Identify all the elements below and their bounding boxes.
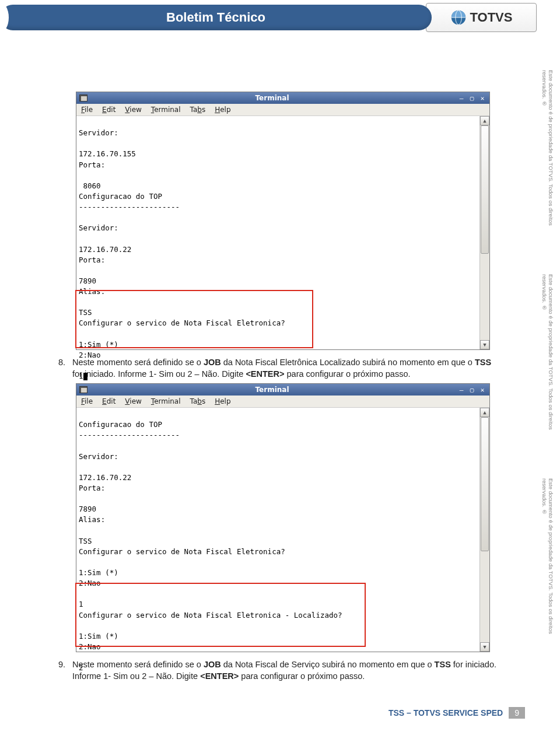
scroll-track[interactable]: [480, 125, 489, 340]
step-8: 8. Neste momento será definido se o JOB …: [58, 357, 502, 380]
window-title: Terminal: [88, 94, 457, 102]
scroll-up-icon[interactable]: ▲: [480, 116, 489, 125]
scroll-thumb[interactable]: [481, 125, 489, 254]
close-icon[interactable]: ✕: [478, 386, 487, 394]
terminal-app-icon: [79, 94, 88, 102]
terminal-window: Terminal — ▢ ✕ File Edit View Terminal T…: [76, 383, 490, 652]
terminal-text: Servidor: 172.16.70.155 Porta: 8060 Conf…: [79, 128, 285, 380]
scroll-up-icon[interactable]: ▲: [480, 408, 489, 417]
footer-label: TSS – TOTVS SERVICE SPED: [388, 708, 503, 718]
footer: TSS – TOTVS SERVICE SPED 9: [388, 707, 525, 719]
header-title-text: Boletim Técnico: [166, 10, 265, 25]
terminal-app-icon: [79, 386, 88, 393]
menu-edit[interactable]: Edit: [102, 397, 116, 405]
header-banner: Boletim Técnico TOTVS: [0, 5, 560, 40]
page-number: 9: [509, 707, 525, 719]
minimize-icon[interactable]: —: [457, 94, 466, 102]
step-bold: <ENTER>: [200, 671, 239, 681]
cursor-icon: [83, 373, 88, 380]
menu-help[interactable]: Help: [215, 106, 230, 114]
step-text: for iniciado. Informe 1- Sim ou 2 – Não.…: [72, 369, 246, 379]
scrollbar[interactable]: ▲ ▼: [480, 408, 489, 652]
window-titlebar: Terminal — ▢ ✕: [76, 92, 489, 104]
step-bold: JOB: [204, 660, 221, 669]
step-9: 9. Neste momento será definido se o JOB …: [58, 659, 502, 682]
step-number: 9.: [58, 659, 72, 682]
step-text: da Nota Fiscal Eletrônica Localizado sub…: [221, 358, 475, 367]
globe-icon: [450, 9, 467, 26]
scroll-down-icon[interactable]: ▼: [480, 340, 489, 349]
step-text: Neste momento será definido se o: [72, 660, 204, 669]
brand-logo: TOTVS: [426, 3, 537, 32]
step-number: 8.: [58, 357, 72, 380]
step-text: para configurar o próximo passo.: [284, 369, 410, 379]
step-bold: TSS: [435, 660, 451, 669]
brand-text: TOTVS: [470, 10, 513, 25]
step-body: Neste momento será definido se o JOB da …: [72, 357, 502, 380]
step-bold: JOB: [204, 358, 221, 367]
menu-view[interactable]: View: [125, 397, 141, 405]
menu-edit[interactable]: Edit: [102, 106, 116, 114]
menu-bar: File Edit View Terminal Tabs Help: [76, 104, 489, 116]
scroll-down-icon[interactable]: ▼: [480, 642, 489, 652]
step-text: da Nota Fiscal de Serviço subirá no mome…: [221, 660, 435, 669]
step-bold: <ENTER>: [246, 369, 284, 379]
step-text: para configurar o próximo passo.: [239, 671, 365, 681]
menu-terminal[interactable]: Terminal: [151, 397, 181, 405]
menu-terminal[interactable]: Terminal: [151, 106, 181, 114]
close-icon[interactable]: ✕: [478, 94, 487, 102]
scrollbar[interactable]: ▲ ▼: [480, 116, 489, 349]
scroll-thumb[interactable]: [481, 417, 489, 551]
watermark-text: Este documento é de propriedade da TOTVS…: [541, 274, 554, 455]
step-body: Neste momento será definido se o JOB da …: [72, 659, 502, 682]
terminal-window: Terminal — ▢ ✕ File Edit View Terminal T…: [76, 92, 490, 350]
maximize-icon[interactable]: ▢: [467, 94, 477, 102]
step-bold: TSS: [475, 358, 491, 367]
maximize-icon[interactable]: ▢: [467, 386, 477, 394]
terminal-output: Configuracao do TOP --------------------…: [76, 408, 480, 652]
menu-help[interactable]: Help: [215, 397, 230, 405]
menu-view[interactable]: View: [125, 106, 141, 114]
menu-tabs[interactable]: Tabs: [190, 397, 206, 405]
watermark-text: Este documento é de propriedade da TOTVS…: [541, 478, 554, 659]
minimize-icon[interactable]: —: [457, 386, 466, 394]
window-titlebar: Terminal — ▢ ✕: [76, 384, 489, 396]
window-title: Terminal: [88, 386, 457, 394]
terminal-output: Servidor: 172.16.70.155 Porta: 8060 Conf…: [76, 116, 480, 349]
terminal-text: Configuracao do TOP --------------------…: [79, 420, 342, 672]
watermark-text: Este documento é de propriedade da TOTVS…: [541, 70, 554, 251]
menu-tabs[interactable]: Tabs: [190, 106, 206, 114]
scroll-track[interactable]: [480, 417, 489, 642]
page-title: Boletim Técnico: [0, 5, 432, 30]
menu-file[interactable]: File: [81, 106, 93, 114]
menu-bar: File Edit View Terminal Tabs Help: [76, 396, 489, 408]
